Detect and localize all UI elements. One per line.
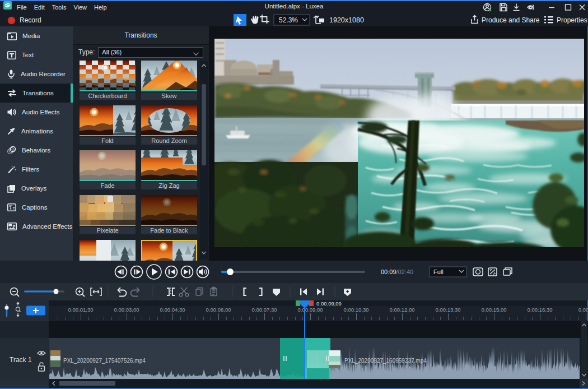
svg-text:0:00:16;30: 0:00:16;30 — [528, 307, 553, 313]
svg-text:PXL_20200927_160959237.mp4: PXL_20200927_160959237.mp4 — [344, 358, 427, 364]
svg-text:0:00:03;00: 0:00:03;00 — [114, 307, 139, 313]
svg-text:Record: Record — [20, 16, 41, 24]
svg-text:0:00:10;30: 0:00:10;30 — [344, 307, 369, 313]
svg-text:0:00:13;30: 0:00:13;30 — [436, 307, 461, 313]
svg-text:PXL_20200927_175407526.mp4: PXL_20200927_175407526.mp4 — [63, 358, 146, 364]
svg-text:00:09/02:40: 00:09/02:40 — [381, 268, 413, 275]
svg-text:0:00:09;00: 0:00:09;00 — [298, 307, 323, 313]
svg-text:0:00:09;09: 0:00:09;09 — [316, 300, 342, 307]
svg-text:52.3%: 52.3% — [279, 16, 298, 24]
svg-text:0:00:04;30: 0:00:04;30 — [160, 307, 185, 313]
svg-text:Properties: Properties — [557, 16, 587, 24]
svg-text:0:00:01;30: 0:00:01;30 — [68, 307, 94, 313]
svg-text:Produce and Share: Produce and Share — [482, 16, 540, 24]
svg-text:0:00:12;00: 0:00:12;00 — [390, 307, 415, 313]
svg-text:0:00:06;00: 0:00:06;00 — [206, 307, 231, 313]
svg-text:0:00:07;30: 0:00:07;30 — [252, 307, 277, 313]
svg-text:Full: Full — [433, 268, 444, 275]
svg-text:0:00:1: 0:00:1 — [578, 307, 587, 313]
svg-text:0:00:15;00: 0:00:15;00 — [482, 307, 507, 313]
svg-text:1920x1080: 1920x1080 — [329, 16, 364, 24]
